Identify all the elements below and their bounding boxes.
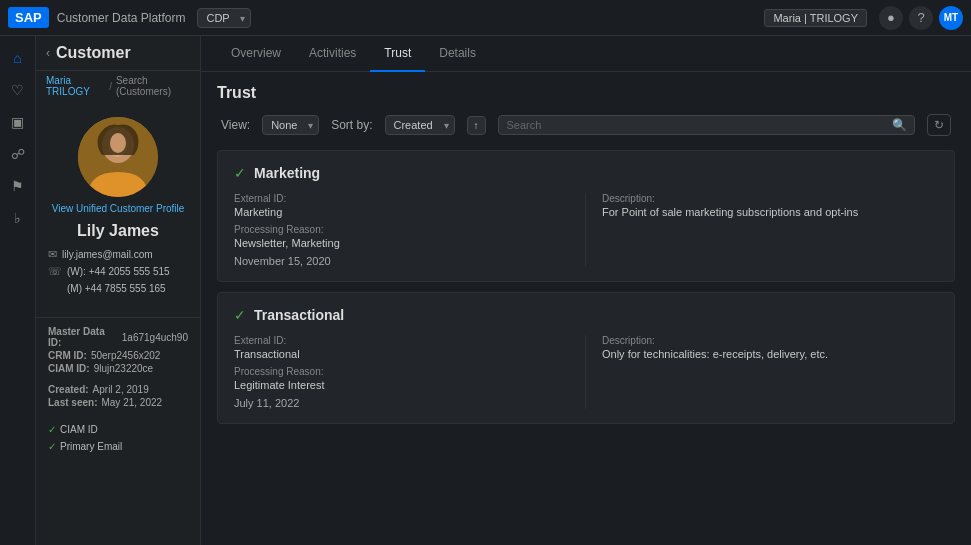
transactional-external-id-field: External ID: Transactional [234,335,569,360]
main-layout: ⌂ ♡ ▣ ☍ ⚑ ♭ ‹ Customer Maria TRILOGY / S… [0,36,971,545]
env-selector[interactable]: CDP [197,8,251,28]
last-seen-row: Last seen: May 21, 2022 [48,397,188,408]
transactional-external-id-value: Transactional [234,348,569,360]
left-nav: ⌂ ♡ ▣ ☍ ⚑ ♭ [0,36,36,545]
notifications-button[interactable]: ● [879,6,903,30]
marketing-external-id-value: Marketing [234,206,569,218]
nav-person-icon[interactable]: ♡ [4,76,32,104]
nav-home-icon[interactable]: ⌂ [4,44,32,72]
phone1-row: ☏ (W): +44 2055 555 515 [48,265,188,278]
crm-id-row: CRM ID: 50erp2456x202 [48,350,188,361]
transactional-date: July 11, 2022 [234,397,569,409]
crm-id-label: CRM ID: [48,350,87,361]
nav-flag-icon[interactable]: ⚑ [4,172,32,200]
email-badge-label: Primary Email [60,441,122,452]
tab-trust[interactable]: Trust [370,36,425,72]
tab-details[interactable]: Details [425,36,490,72]
sidebar-title: Customer [56,44,131,62]
user-avatar[interactable]: MT [939,6,963,30]
trust-card-transactional-right: Description: Only for technicalities: e-… [586,335,938,409]
marketing-external-id-label: External ID: [234,193,569,204]
help-button[interactable]: ? [909,6,933,30]
trust-card-marketing-body: External ID: Marketing Processing Reason… [234,193,938,267]
avatar [78,117,158,197]
nav-share-icon[interactable]: ☍ [4,140,32,168]
nav-grid-icon[interactable]: ▣ [4,108,32,136]
search-icon: 🔍 [892,118,907,132]
transactional-description-value: Only for technicalities: e-receipts, del… [602,348,938,360]
refresh-button[interactable]: ↻ [927,114,951,136]
last-seen-label: Last seen: [48,397,97,408]
topbar: SAP Customer Data Platform CDP Maria | T… [0,0,971,36]
sidebar: ‹ Customer Maria TRILOGY / Search (Custo… [36,36,201,545]
trust-card-transactional-header: ✓ Transactional [234,307,938,323]
sort-direction-button[interactable]: ↑ [467,116,486,135]
trust-content: Trust View: None Sort by: Created ↑ [201,72,971,545]
ciam-id-value: 9lujn23220ce [94,363,154,374]
trust-card-marketing-header: ✓ Marketing [234,165,938,181]
email-icon: ✉ [48,248,57,261]
app-name: Customer Data Platform [57,11,186,25]
created-row: Created: April 2, 2019 [48,384,188,395]
nav-people-icon[interactable]: ♭ [4,204,32,232]
marketing-description-value: For Point of sale marketing subscription… [602,206,938,218]
phone-icon: ☏ [48,265,62,278]
ciam-badge-check: ✓ [48,424,56,435]
transactional-processing-reason-value: Legitimate Interest [234,379,569,391]
crm-id-value: 50erp2456x202 [91,350,161,361]
trust-card-transactional: ✓ Transactional External ID: Transaction… [217,292,955,424]
trust-card-marketing-right: Description: For Point of sale marketing… [586,193,938,267]
trust-card-marketing-left: External ID: Marketing Processing Reason… [234,193,586,267]
marketing-check-icon: ✓ [234,165,246,181]
marketing-external-id-field: External ID: Marketing [234,193,569,218]
view-select-wrap: None [262,115,319,135]
ciam-id-label: CIAM ID: [48,363,90,374]
customer-name: Lily James [77,222,159,240]
sort-select[interactable]: Created [385,115,455,135]
customer-phone1: (W): +44 2055 555 515 [67,266,170,277]
phone2-row: ☏ (M) +44 7855 555 165 [48,282,188,295]
customer-phone2: (M) +44 7855 555 165 [67,283,166,294]
master-data-id-row: Master Data ID: 1a671g4uch90 [48,326,188,348]
master-data-id-label: Master Data ID: [48,326,118,348]
transactional-processing-reason-field: Processing Reason: Legitimate Interest [234,366,569,391]
tab-activities[interactable]: Activities [295,36,370,72]
master-data-id-value: 1a671g4uch90 [122,332,188,343]
marketing-title: Marketing [254,165,320,181]
marketing-description-label: Description: [602,193,938,204]
ciam-id-row: CIAM ID: 9lujn23220ce [48,363,188,374]
search-input[interactable] [498,115,916,135]
topbar-icons: ● ? MT [879,6,963,30]
search-wrap: 🔍 [498,115,916,135]
svg-point-3 [110,133,126,153]
transactional-processing-reason-label: Processing Reason: [234,366,569,377]
content-area: Overview Activities Trust Details Trust … [201,36,971,545]
ciam-badge-row: ✓ CIAM ID [48,424,188,435]
breadcrumb: Maria TRILOGY / Search (Customers) [36,71,200,101]
divider1 [36,317,200,318]
last-seen-value: May 21, 2022 [101,397,162,408]
email-badge-check: ✓ [48,441,56,452]
view-select[interactable]: None [262,115,319,135]
tab-overview[interactable]: Overview [217,36,295,72]
user-context: Maria | TRILOGY [764,9,867,27]
collapse-button[interactable]: ‹ [46,46,50,60]
meta-section: Master Data ID: 1a671g4uch90 CRM ID: 50e… [36,326,200,462]
view-profile-link[interactable]: View Unified Customer Profile [52,203,185,214]
email-row: ✉ lily.james@mail.com [48,248,188,261]
breadcrumb-search: Search (Customers) [116,75,190,97]
breadcrumb-maria[interactable]: Maria TRILOGY [46,75,105,97]
tabs: Overview Activities Trust Details [201,36,971,72]
profile-section: View Unified Customer Profile Lily James… [36,101,200,309]
sort-label: Sort by: [331,118,372,132]
trust-card-transactional-body: External ID: Transactional Processing Re… [234,335,938,409]
sidebar-header: ‹ Customer [36,36,200,71]
view-label: View: [221,118,250,132]
created-label: Created: [48,384,89,395]
breadcrumb-sep: / [109,81,112,92]
email-badge-row: ✓ Primary Email [48,441,188,452]
marketing-processing-reason-field: Processing Reason: Newsletter, Marketing [234,224,569,249]
ciam-badge-label: CIAM ID [60,424,98,435]
transactional-title: Transactional [254,307,344,323]
marketing-date: November 15, 2020 [234,255,569,267]
